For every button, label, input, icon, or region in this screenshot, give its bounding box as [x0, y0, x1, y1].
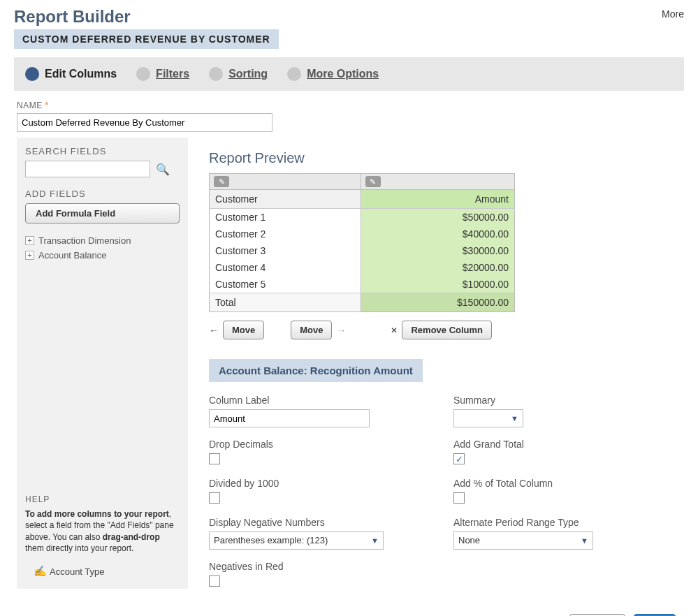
close-icon: ✕: [391, 325, 398, 335]
column-label-input[interactable]: [209, 409, 370, 427]
step-dot-icon: [136, 67, 150, 81]
search-icon[interactable]: 🔍: [156, 163, 170, 176]
drag-hint: ✍ Account Type: [34, 565, 180, 578]
step-sorting[interactable]: Sorting: [209, 67, 268, 81]
tree-item-label: Transaction Dimension: [38, 235, 131, 246]
column-header-customer[interactable]: Customer: [210, 190, 361, 209]
step-label: Edit Columns: [45, 68, 117, 80]
table-row: Customer 5$10000.00: [210, 276, 515, 293]
chevron-down-icon: ▼: [581, 536, 588, 545]
negatives-in-red-checkbox[interactable]: [209, 575, 220, 587]
summary-select[interactable]: ▼: [453, 409, 523, 427]
add-grand-total-label: Add Grand Total: [453, 439, 684, 450]
tree-item-label: Account Balance: [38, 250, 107, 261]
add-pct-total-checkbox[interactable]: [453, 492, 465, 504]
page-title: Report Builder: [14, 7, 684, 27]
step-label: More Options: [307, 68, 379, 80]
report-name-input[interactable]: [17, 113, 272, 132]
arrow-left-icon: ←: [209, 325, 219, 336]
tree-item-account-balance[interactable]: + Account Balance: [25, 248, 180, 263]
report-subtitle: CUSTOM DEFERRED REVENUE BY CUSTOMER: [14, 29, 279, 49]
edit-column-icon[interactable]: ✎: [365, 176, 381, 187]
tree-item-transaction-dimension[interactable]: + Transaction Dimension: [25, 233, 180, 248]
table-row: Customer 4$20000.00: [210, 259, 515, 276]
total-value: $150000.00: [361, 293, 514, 312]
step-label: Filters: [156, 68, 189, 80]
display-negative-select[interactable]: Parentheses example: (123) ▼: [209, 531, 384, 550]
chevron-down-icon: ▼: [371, 536, 379, 545]
negatives-in-red-label: Negatives in Red: [209, 561, 439, 572]
expand-icon[interactable]: +: [25, 236, 34, 245]
arrow-right-icon: →: [336, 325, 346, 336]
step-dot-icon: [287, 67, 301, 81]
field-tree: + Transaction Dimension + Account Balanc…: [25, 233, 180, 486]
drop-decimals-label: Drop Decimals: [209, 439, 439, 450]
column-label-label: Column Label: [209, 395, 439, 406]
name-label: NAME *: [17, 101, 698, 110]
right-content: Report Preview ✎ ✎ Customer Amount Custo…: [209, 138, 684, 589]
table-row: Customer 2$40000.00: [210, 226, 515, 242]
table-row: Customer 3$30000.00: [210, 242, 515, 259]
help-heading: HELP: [25, 494, 180, 504]
table-total-row: Total $150000.00: [210, 293, 515, 312]
step-dot-icon: [209, 67, 223, 81]
display-negative-label: Display Negative Numbers: [209, 517, 439, 528]
alternate-period-label: Alternate Period Range Type: [453, 517, 684, 528]
cursor-icon: ✍: [34, 565, 47, 578]
column-config-title: Account Balance: Recognition Amount: [209, 359, 423, 382]
help-box: HELP To add more columns to your report,…: [25, 486, 180, 578]
total-label: Total: [210, 293, 361, 312]
table-row: Customer 1$50000.00: [210, 209, 515, 226]
more-link[interactable]: More: [662, 8, 684, 20]
expand-icon[interactable]: +: [25, 251, 34, 260]
divided-by-1000-label: Divided by 1000: [209, 478, 439, 489]
chevron-down-icon: ▼: [511, 414, 518, 423]
drop-decimals-checkbox[interactable]: [209, 453, 220, 464]
report-preview-title: Report Preview: [209, 150, 684, 166]
add-pct-total-label: Add % of Total Column: [453, 478, 684, 489]
preview-table: ✎ ✎ Customer Amount Customer 1$50000.00 …: [209, 173, 515, 312]
column-header-amount[interactable]: Amount: [361, 190, 514, 209]
alternate-period-select[interactable]: None ▼: [453, 531, 593, 550]
move-left-button[interactable]: Move: [223, 321, 264, 339]
remove-column-button[interactable]: Remove Column: [402, 321, 492, 339]
step-dot-icon: [25, 67, 39, 81]
add-formula-field-button[interactable]: Add Formula Field: [25, 203, 180, 223]
summary-label: Summary: [453, 395, 684, 406]
add-fields-heading: ADD FIELDS: [25, 189, 180, 199]
add-grand-total-checkbox[interactable]: ✓: [453, 453, 465, 464]
step-edit-columns[interactable]: Edit Columns: [25, 67, 117, 81]
wizard-steps: Edit Columns Filters Sorting More Option…: [14, 57, 684, 91]
step-filters[interactable]: Filters: [136, 67, 189, 81]
move-right-button[interactable]: Move: [291, 321, 332, 339]
divided-by-1000-checkbox[interactable]: [209, 492, 220, 504]
search-fields-input[interactable]: [25, 161, 150, 177]
help-text: To add more columns to your report, sele…: [25, 508, 180, 554]
edit-column-icon[interactable]: ✎: [214, 176, 229, 187]
left-panel: SEARCH FIELDS 🔍 ADD FIELDS Add Formula F…: [17, 138, 188, 589]
search-fields-heading: SEARCH FIELDS: [25, 146, 180, 156]
step-label: Sorting: [228, 68, 268, 80]
drag-sample-label: Account Type: [50, 566, 105, 577]
step-more-options[interactable]: More Options: [287, 67, 379, 81]
